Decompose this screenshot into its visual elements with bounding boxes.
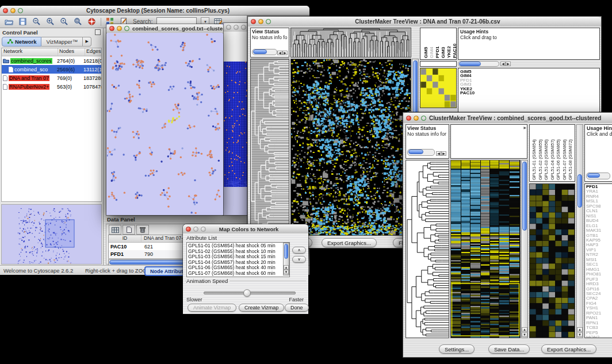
network-canvas[interactable] xyxy=(107,33,223,214)
settings-button[interactable]: Settings... xyxy=(439,344,475,354)
float-panel-icon[interactable] xyxy=(95,29,101,35)
gene-list-item[interactable]: GIM3 xyxy=(460,82,598,86)
scroll-right-arrow[interactable]: ▶ xyxy=(506,62,511,66)
column-label[interactable]: GPL51-03 (GSM856) xyxy=(544,127,549,180)
label-scroll-strip[interactable] xyxy=(420,61,457,67)
zoom-fit-icon[interactable] xyxy=(73,17,83,26)
row-dendrogram[interactable] xyxy=(250,59,289,236)
network-row[interactable]: RNAPuberNov2+ 563(0) 107847(0) xyxy=(2,82,101,91)
column-label[interactable]: GPL51-08 (GSM872) xyxy=(568,127,573,180)
view-status-scrollbar[interactable] xyxy=(252,49,277,55)
usage-hints-scrollbar[interactable] xyxy=(458,61,499,67)
col-header-edges[interactable]: Edges xyxy=(85,48,101,56)
animate-vizmap-button[interactable]: Animate Vizmap xyxy=(188,304,236,312)
scroll-up-arrow[interactable]: ▶ xyxy=(523,125,526,129)
minimize-button[interactable] xyxy=(258,19,263,24)
gene-list-item[interactable]: YKE2 xyxy=(460,87,598,91)
slider-thumb[interactable] xyxy=(243,289,251,297)
column-label[interactable]: GPL51-07 (GSM868) xyxy=(562,127,568,180)
zoom-vscrollbar[interactable]: ▲ ▼ xyxy=(576,124,583,338)
zoom-in-icon[interactable] xyxy=(45,17,55,26)
column-label[interactable]: YKE2 xyxy=(446,32,452,58)
scroll-right-arrow[interactable]: ▶ xyxy=(441,151,446,156)
minimize-button[interactable] xyxy=(234,25,239,30)
view-status-scrollbar[interactable] xyxy=(407,149,435,156)
minimize-button[interactable] xyxy=(193,227,198,232)
zoom-selected-icon[interactable] xyxy=(59,17,69,26)
move-up-button[interactable]: ∧ xyxy=(292,247,306,254)
column-label[interactable]: GPL51-01 (GSM854) xyxy=(531,127,537,180)
minimize-button[interactable] xyxy=(10,8,16,13)
scroll-down-arrow[interactable]: ▼ xyxy=(577,332,583,337)
close-button[interactable] xyxy=(251,19,256,24)
zoom-button[interactable] xyxy=(124,26,129,31)
row-value[interactable]: 621 xyxy=(141,244,153,250)
open-file-icon[interactable] xyxy=(4,17,14,26)
gene-list-item[interactable]: PFD1 xyxy=(460,78,598,82)
zoom-out-icon[interactable] xyxy=(32,17,41,26)
close-button[interactable] xyxy=(3,8,8,13)
minimize-button[interactable] xyxy=(414,116,419,121)
birdseye-canvas[interactable] xyxy=(2,205,102,265)
create-vizmap-button[interactable]: Create Vizmap xyxy=(239,304,284,312)
usage-hints-scrollbar[interactable] xyxy=(586,173,610,179)
move-down-button[interactable]: ∨ xyxy=(292,256,306,263)
row-id[interactable]: PAC10 xyxy=(109,244,141,250)
heatmap-vscrollbar[interactable]: ▲ ▼ xyxy=(521,160,528,338)
column-dendrogram[interactable]: ▶ xyxy=(450,124,527,159)
attribute-list-scrollbar[interactable]: ▲ ▼ xyxy=(283,243,289,275)
row-dendrogram[interactable] xyxy=(406,160,449,338)
tab-vizmapper[interactable]: VizMapper™ xyxy=(41,37,83,47)
gene-list-item[interactable]: GIM5 xyxy=(460,70,598,74)
close-button[interactable] xyxy=(406,116,411,121)
zoom-button[interactable] xyxy=(241,25,246,30)
scroll-left-arrow[interactable]: ◀ xyxy=(436,151,441,156)
heatmap-zoom[interactable] xyxy=(529,183,575,338)
export-graphics-button[interactable]: Export Graphics... xyxy=(322,238,377,247)
export-graphics-button[interactable]: Export Graphics... xyxy=(541,344,596,354)
heatmap-global[interactable] xyxy=(450,160,521,338)
heatmap-global[interactable] xyxy=(290,59,411,236)
gene-list-item[interactable]: PAC10 xyxy=(460,91,598,95)
attribute-list-item[interactable]: GPL51-07 (GSM868) heat shock 60 min xyxy=(187,271,283,277)
birdseye-view[interactable] xyxy=(1,204,102,265)
network-row[interactable]: DNA and Tran 07 769(0) 183728(0) xyxy=(2,74,101,82)
close-button[interactable] xyxy=(186,227,191,232)
heatmap-zoom-matrix[interactable] xyxy=(420,68,457,108)
close-button[interactable] xyxy=(109,26,114,31)
animation-speed-slider[interactable] xyxy=(204,292,296,294)
dense-network-canvas[interactable] xyxy=(224,62,248,187)
column-label[interactable]: GPL51-04 (GSM857) xyxy=(550,127,556,180)
column-label[interactable]: GIM4 xyxy=(429,32,434,58)
scroll-left-arrow[interactable]: ◀ xyxy=(277,51,282,55)
column-dendrogram[interactable] xyxy=(290,28,411,58)
datapanel-col-id[interactable]: ID xyxy=(109,235,141,242)
col-header-nodes[interactable]: Nodes xyxy=(58,48,85,56)
trash-icon[interactable] xyxy=(136,225,149,235)
minimize-button[interactable] xyxy=(117,26,122,31)
zoom-button[interactable] xyxy=(18,8,23,13)
scroll-up-arrow[interactable]: ▲ xyxy=(522,327,527,332)
zoom-button[interactable] xyxy=(421,116,426,121)
column-label[interactable]: GPL51-02 (GSM855) xyxy=(538,127,544,180)
column-label[interactable]: GPL51-06 (GSM865) xyxy=(556,127,561,180)
scroll-left-arrow[interactable]: ◀ xyxy=(500,62,506,66)
tab-overflow-arrow[interactable]: ▶ xyxy=(83,37,91,47)
gene-list-item[interactable]: MON2 xyxy=(585,335,612,338)
scroll-up-arrow[interactable]: ▲ xyxy=(577,327,583,332)
close-button[interactable] xyxy=(226,25,231,30)
help-lifering-icon[interactable] xyxy=(87,17,97,26)
zoom-button[interactable] xyxy=(201,227,206,232)
scroll-down-arrow[interactable]: ▼ xyxy=(284,270,289,274)
scroll-down-arrow[interactable]: ▼ xyxy=(522,332,527,337)
column-label[interactable]: GIM5 xyxy=(423,32,429,58)
save-data-button[interactable]: Save Data... xyxy=(488,344,530,354)
column-label[interactable]: GIM3 xyxy=(441,32,446,58)
new-document-icon[interactable] xyxy=(123,225,135,235)
done-button[interactable]: Done xyxy=(285,304,309,312)
col-header-network[interactable]: Network xyxy=(2,48,58,56)
network-row-selected[interactable]: combined_sco 2569(6) 13112(15) xyxy=(2,65,101,74)
network-row[interactable]: combined_scores 2764(0) 16218(0) xyxy=(2,56,101,65)
row-id[interactable]: PFD1 xyxy=(109,251,141,257)
tab-network[interactable]: Network xyxy=(2,37,41,47)
